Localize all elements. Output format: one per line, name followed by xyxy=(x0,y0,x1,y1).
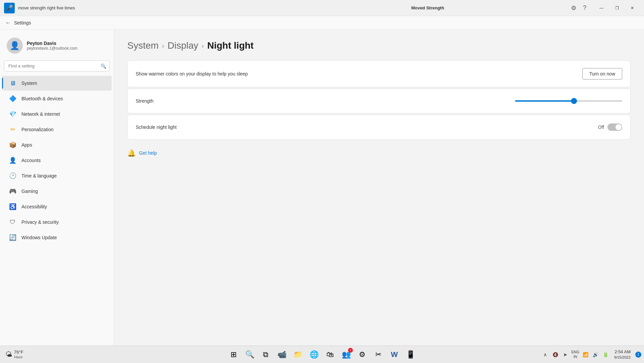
tray-mute-button[interactable]: 🔇 xyxy=(551,349,560,361)
tray-volume-button[interactable]: 🔊 xyxy=(591,349,600,361)
sidebar-item-label-privacy: Privacy & security xyxy=(21,219,59,225)
lang-line2: IN xyxy=(571,355,579,359)
edge-button[interactable]: 🌐 xyxy=(307,347,321,362)
teams-badge: 2 xyxy=(348,348,353,353)
sidebar: 👤 Peyton Davis peytondavis.1@outlook.com… xyxy=(0,30,114,346)
weather-temp: 76°F xyxy=(14,350,23,355)
snipping-tool-icon: ✂ xyxy=(375,350,381,359)
taskbar-settings-button[interactable]: ⚙ xyxy=(355,347,370,362)
sidebar-item-update[interactable]: 🔄 Windows Update xyxy=(2,230,112,245)
breadcrumb-sep1: › xyxy=(162,42,164,50)
warm-colors-row: Show warmer colors on your display to he… xyxy=(128,61,630,87)
turn-on-now-button[interactable]: Turn on now xyxy=(582,68,622,80)
sidebar-item-privacy[interactable]: 🛡 Privacy & security xyxy=(2,215,112,229)
edge-icon: 🌐 xyxy=(310,350,319,359)
maximize-button[interactable]: ❐ xyxy=(609,3,625,13)
phone-link-button[interactable]: 📱 xyxy=(403,347,418,362)
settings-bar: ← Settings xyxy=(0,16,644,30)
avatar-icon: 👤 xyxy=(10,41,20,50)
strength-card: Strength xyxy=(127,89,631,113)
accessibility-icon: ♿ xyxy=(9,203,17,211)
schedule-row: Schedule night light Off xyxy=(128,115,630,139)
get-help-icon: 🔔 xyxy=(127,149,136,157)
clock-date: 9/15/2022 xyxy=(614,355,631,360)
schedule-toggle[interactable] xyxy=(607,123,622,131)
tray-chevron[interactable]: ∧ xyxy=(540,349,550,361)
search-input[interactable] xyxy=(4,60,110,71)
sidebar-item-label-time: Time & language xyxy=(21,173,57,178)
title-bar-right: ⚙ ? — ❐ ✕ xyxy=(569,2,640,14)
sidebar-item-label-personalization: Personalization xyxy=(21,127,54,132)
tray-lang-button[interactable]: ENG IN xyxy=(571,349,580,361)
store-icon: 🛍 xyxy=(326,350,334,359)
search-box: 🔍 xyxy=(4,60,110,71)
system-icon: 🖥 xyxy=(9,79,17,87)
tray-location-button[interactable]: ➤ xyxy=(561,349,570,361)
sidebar-item-personalization[interactable]: ✏ Personalization xyxy=(2,122,112,137)
sidebar-item-label-bluetooth: Bluetooth & devices xyxy=(21,96,63,101)
task-view-button[interactable]: ⧉ xyxy=(258,347,273,362)
start-button[interactable]: ⊞ xyxy=(226,347,241,362)
warm-colors-card: Show warmer colors on your display to he… xyxy=(127,60,631,87)
personalization-icon: ✏ xyxy=(9,125,17,134)
sidebar-item-system[interactable]: 🖥 System xyxy=(2,76,112,91)
search-taskbar-button[interactable]: 🔍 xyxy=(242,347,257,362)
file-explorer-button[interactable]: 📁 xyxy=(291,347,305,362)
slider-track[interactable] xyxy=(515,100,622,102)
schedule-label: Schedule night light xyxy=(136,124,177,130)
weather-widget[interactable]: 🌤 76°F Haze xyxy=(3,348,26,361)
start-icon: ⊞ xyxy=(231,350,237,359)
store-button[interactable]: 🛍 xyxy=(323,347,337,362)
settings-bar-label: Settings xyxy=(14,20,31,25)
user-email: peytondavis.1@outlook.com xyxy=(27,46,77,51)
breadcrumb-display[interactable]: Display xyxy=(168,40,198,51)
sidebar-item-network[interactable]: 💎 Network & internet xyxy=(2,107,112,121)
schedule-card: Schedule night light Off xyxy=(127,115,631,140)
search-taskbar-icon: 🔍 xyxy=(245,350,254,359)
minimize-button[interactable]: — xyxy=(594,3,609,13)
tray-battery-button[interactable]: 🔋 xyxy=(601,349,610,361)
avatar: 👤 xyxy=(7,38,23,54)
sidebar-item-accessibility[interactable]: ♿ Accessibility xyxy=(2,199,112,214)
window-controls: — ❐ ✕ xyxy=(594,3,640,13)
strength-label: Strength xyxy=(136,98,153,104)
content-area: System › Display › Night light Show warm… xyxy=(114,30,644,346)
clock-widget[interactable]: 2:54 AM 9/15/2022 xyxy=(611,349,633,360)
teams-button[interactable]: 👥 2 xyxy=(339,347,353,362)
sidebar-item-label-accessibility: Accessibility xyxy=(21,204,47,209)
back-button[interactable]: ← xyxy=(5,20,11,26)
settings-icon[interactable]: ⚙ xyxy=(569,2,578,14)
slider-thumb[interactable] xyxy=(571,98,577,104)
sidebar-item-label-apps: Apps xyxy=(21,142,32,148)
help-icon[interactable]: ? xyxy=(581,2,588,13)
breadcrumb-current: Night light xyxy=(207,40,254,51)
teams-meet-icon: 📹 xyxy=(277,350,286,359)
title-bar: 🎤 move strength right five times Moved S… xyxy=(0,0,644,16)
sidebar-item-label-accounts: Accounts xyxy=(21,158,41,163)
bluetooth-icon: 🔷 xyxy=(9,95,17,103)
apps-icon: 📦 xyxy=(9,141,17,149)
toggle-container: Off xyxy=(598,123,622,131)
battery-icon: 🔋 xyxy=(603,352,608,357)
tray-wifi-button[interactable]: 📶 xyxy=(581,349,590,361)
teams-meet-button[interactable]: 📹 xyxy=(274,347,289,362)
notification-badge[interactable]: 2 xyxy=(635,352,641,358)
word-button[interactable]: W xyxy=(387,347,402,362)
breadcrumb-system[interactable]: System xyxy=(127,40,158,51)
close-button[interactable]: ✕ xyxy=(625,3,640,13)
sidebar-item-apps[interactable]: 📦 Apps xyxy=(2,138,112,152)
chevron-icon: ∧ xyxy=(543,352,547,357)
snipping-tool-button[interactable]: ✂ xyxy=(371,347,386,362)
sidebar-item-label-system: System xyxy=(21,81,37,86)
breadcrumb: System › Display › Night light xyxy=(127,40,631,51)
taskbar-settings-icon: ⚙ xyxy=(359,350,366,359)
sidebar-item-time[interactable]: 🕐 Time & language xyxy=(2,168,112,183)
user-profile[interactable]: 👤 Peyton Davis peytondavis.1@outlook.com xyxy=(0,34,114,60)
cortana-button[interactable]: 🎤 xyxy=(4,3,15,13)
sidebar-item-label-network: Network & internet xyxy=(21,111,60,117)
get-help-link[interactable]: Get help xyxy=(139,150,157,156)
sidebar-item-bluetooth[interactable]: 🔷 Bluetooth & devices xyxy=(2,91,112,106)
network-icon: 💎 xyxy=(9,110,17,118)
sidebar-item-gaming[interactable]: 🎮 Gaming xyxy=(2,184,112,199)
sidebar-item-accounts[interactable]: 👤 Accounts xyxy=(2,153,112,168)
